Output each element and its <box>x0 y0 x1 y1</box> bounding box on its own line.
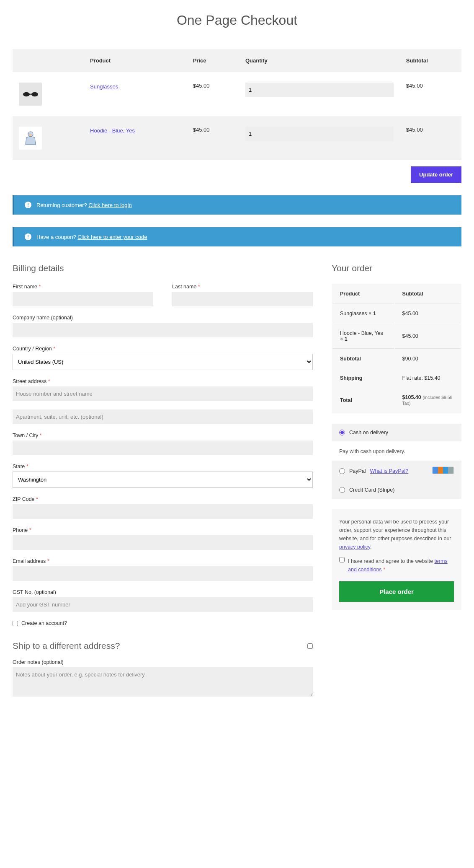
sunglasses-icon <box>22 91 39 98</box>
privacy-box: Your personal data will be used to proce… <box>332 509 461 610</box>
product-thumbnail <box>19 127 42 150</box>
product-link-sunglasses[interactable]: Sunglasses <box>90 83 118 90</box>
svg-point-4 <box>29 134 32 136</box>
company-field[interactable] <box>13 323 313 337</box>
col-price: Price <box>187 49 239 72</box>
paypal-whatis-link[interactable]: What is PayPal? <box>370 468 409 474</box>
stripe-radio[interactable] <box>339 487 345 493</box>
city-label: Town / City * <box>13 433 313 438</box>
svg-point-0 <box>23 92 30 96</box>
total-label: Total <box>332 388 394 412</box>
subtotal-value: $90.00 <box>395 350 461 368</box>
last-name-field[interactable] <box>172 292 313 306</box>
phone-label: Phone * <box>13 527 313 533</box>
street-field[interactable] <box>13 386 313 401</box>
price: $45.00 <box>187 116 239 160</box>
zip-field[interactable] <box>13 504 313 519</box>
order-notes-label: Order notes (optional) <box>13 659 313 665</box>
login-link[interactable]: Click here to login <box>88 202 131 208</box>
apartment-field[interactable] <box>13 409 313 424</box>
country-select[interactable]: United States (US) <box>13 354 313 370</box>
info-icon: ! <box>25 202 31 208</box>
payment-cards-icon <box>432 466 454 475</box>
cod-radio[interactable] <box>339 430 345 435</box>
order-col-subtotal: Subtotal <box>395 285 461 303</box>
first-name-label: First name * <box>13 284 153 290</box>
svg-point-1 <box>31 92 38 96</box>
create-account-checkbox[interactable] <box>13 621 18 626</box>
email-field[interactable] <box>13 566 313 581</box>
city-field[interactable] <box>13 440 313 455</box>
subtotal: $45.00 <box>400 72 461 116</box>
hoodie-icon <box>22 130 39 147</box>
subtotal-label: Subtotal <box>332 350 394 368</box>
first-name-field[interactable] <box>13 292 153 306</box>
returning-customer-text: Returning customer? <box>36 202 88 208</box>
your-order-heading: Your order <box>332 263 461 273</box>
coupon-link[interactable]: Click here to enter your code <box>77 234 147 240</box>
coupon-text: Have a coupon? <box>36 234 77 240</box>
paypal-radio[interactable] <box>339 468 345 474</box>
order-item: Hoodie - Blue, Yes × 1 $45.00 <box>332 324 461 349</box>
zip-label: ZIP Code * <box>13 496 313 502</box>
col-subtotal: Subtotal <box>400 49 461 72</box>
svg-rect-2 <box>29 93 32 94</box>
product-thumbnail <box>19 83 42 106</box>
quantity-input[interactable] <box>245 83 394 97</box>
place-order-button[interactable]: Place order <box>339 581 454 602</box>
create-account-label: Create an account? <box>21 620 67 626</box>
price: $45.00 <box>187 72 239 116</box>
order-summary: Product Subtotal Sunglasses × 1 $45.00 H… <box>332 284 461 413</box>
shipping-value: Flat rate: $15.40 <box>395 369 461 387</box>
state-label: State * <box>13 464 313 469</box>
stripe-label: Credit Card (Stripe) <box>349 487 394 493</box>
terms-text: I have read and agree to the website <box>348 558 434 564</box>
gst-field[interactable] <box>13 597 313 612</box>
coupon-bar: ! Have a coupon? Click here to enter you… <box>13 227 461 246</box>
col-quantity: Quantity <box>239 49 400 72</box>
privacy-policy-link[interactable]: privacy policy <box>339 544 370 550</box>
payment-methods: Cash on delivery Pay with cash upon deli… <box>332 424 461 499</box>
street-label: Street address * <box>13 378 313 384</box>
cod-description: Pay with cash upon delivery. <box>339 448 405 454</box>
returning-customer-bar: ! Returning customer? Click here to logi… <box>13 195 461 215</box>
phone-field[interactable] <box>13 535 313 550</box>
terms-checkbox[interactable] <box>339 557 345 562</box>
products-table: Product Price Quantity Subtotal Sunglass… <box>13 49 461 160</box>
page-title: One Page Checkout <box>13 13 461 28</box>
quantity-input[interactable] <box>245 127 394 141</box>
gst-label: GST No. (optional) <box>13 589 313 595</box>
order-notes-field[interactable] <box>13 667 313 697</box>
shipping-label: Shipping <box>332 369 394 387</box>
subtotal: $45.00 <box>400 116 461 160</box>
table-row: Hoodie - Blue, Yes $45.00 $45.00 <box>13 116 461 160</box>
table-row: Sunglasses $45.00 $45.00 <box>13 72 461 116</box>
last-name-label: Last name * <box>172 284 313 290</box>
order-col-product: Product <box>332 285 394 303</box>
billing-heading: Billing details <box>13 263 313 273</box>
paypal-label: PayPal <box>349 468 366 474</box>
ship-different-checkbox[interactable] <box>307 643 313 649</box>
ship-heading: Ship to a different address? <box>13 641 120 651</box>
update-order-button[interactable]: Update order <box>411 166 461 183</box>
order-item: Sunglasses × 1 $45.00 <box>332 304 461 323</box>
country-label: Country / Region * <box>13 346 313 352</box>
col-product: Product <box>84 49 187 72</box>
total-value: $105.40 (includes $9.58 Tax) <box>395 388 461 412</box>
cod-label: Cash on delivery <box>349 430 388 435</box>
info-icon: ! <box>25 233 31 240</box>
company-label: Company name (optional) <box>13 315 313 321</box>
product-link-hoodie[interactable]: Hoodie - Blue, Yes <box>90 127 135 134</box>
state-select[interactable]: Washington <box>13 472 313 488</box>
email-label: Email address * <box>13 558 313 564</box>
